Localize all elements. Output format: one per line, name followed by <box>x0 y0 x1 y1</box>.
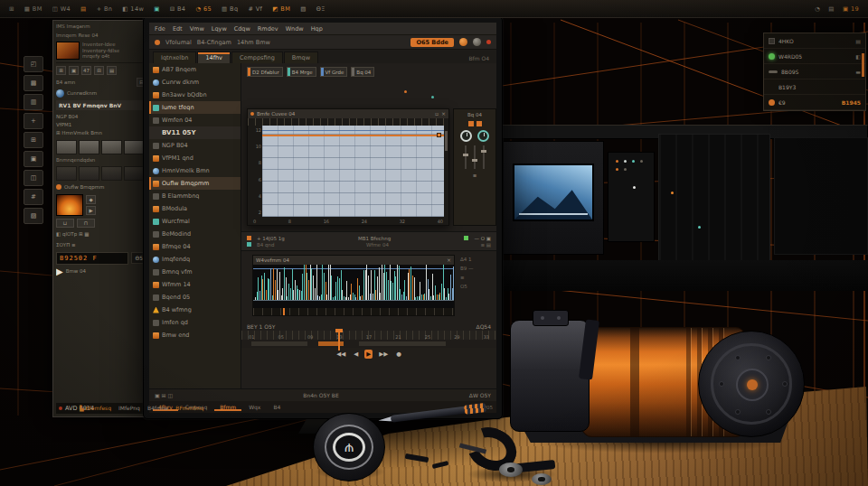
bottom-tab[interactable]: B4 <box>268 403 286 411</box>
asset-tool-button[interactable]: ⊟ <box>94 66 104 75</box>
tree-row[interactable]: Imfen qd <box>149 316 241 329</box>
menu-item[interactable]: Edt <box>173 25 183 33</box>
side-tool-button[interactable]: ▥ <box>24 94 43 110</box>
curve-plot-area[interactable] <box>262 126 444 217</box>
graph-node[interactable]: Vf Grde <box>320 67 348 77</box>
tree-row[interactable]: Wmfen 04 <box>149 114 241 126</box>
waveform-marker[interactable] <box>283 308 285 315</box>
inspector-row[interactable]: €9 B1945 <box>764 95 865 110</box>
rotary-knob-teal[interactable] <box>477 130 489 142</box>
dock-item[interactable]: ▙ Bfemfesq <box>80 405 111 411</box>
asset-thumb[interactable] <box>79 166 99 181</box>
asset-thumb[interactable] <box>124 166 145 181</box>
asset-row[interactable]: NGP B04 <box>56 113 146 121</box>
asset-tool-button[interactable]: ▤ <box>107 66 117 75</box>
side-tool-button[interactable]: ▣ <box>24 151 43 167</box>
side-tool-button[interactable]: ◰ <box>24 56 43 72</box>
taskbar-item[interactable]: ▦ BM <box>24 5 42 13</box>
tree-row[interactable]: Bn3awv bQdbn <box>149 89 241 101</box>
tree-row[interactable]: BV11 05Y <box>149 126 241 139</box>
taskbar-item[interactable]: ▤ <box>80 5 87 13</box>
taskbar-item[interactable]: + Bn <box>97 5 113 13</box>
dock-item[interactable]: IMfePnq <box>118 405 140 411</box>
menu-item[interactable]: Hqp <box>311 25 323 33</box>
midbar-label[interactable]: — O ▣ <box>474 236 491 241</box>
taskbar-item[interactable]: ▧ <box>300 5 307 13</box>
bottom-tab[interactable]: Wqx <box>243 403 266 411</box>
taskbar-item[interactable]: ◩ BM <box>272 5 290 13</box>
transport-button[interactable]: ● <box>394 350 403 359</box>
tree-row[interactable]: BModula <box>149 202 241 215</box>
app-tab[interactable]: Cemppsfing <box>231 51 283 63</box>
toolbar-label[interactable]: B4-Cfingam <box>197 39 231 46</box>
orange-swatch-icon[interactable] <box>468 121 474 126</box>
asset-thumb[interactable] <box>101 166 122 181</box>
tree-row[interactable]: Cunrw dknm <box>149 76 241 89</box>
tree-row[interactable]: HmnVmelk Bmn <box>149 164 241 177</box>
menu-item[interactable]: Cdqw <box>234 25 250 33</box>
menu-item[interactable]: Lqyw <box>212 25 227 33</box>
curve-orange-line[interactable] <box>262 135 444 136</box>
gray-circle-button[interactable] <box>473 38 481 46</box>
transport-button[interactable]: ◀◀ <box>335 350 347 359</box>
play-button[interactable]: ▶ <box>86 206 96 215</box>
tool-swatch-green[interactable] <box>464 236 468 240</box>
side-tool-button[interactable]: ◫ <box>24 170 43 186</box>
tree-row[interactable]: Bfmqe 04 <box>149 240 241 253</box>
menu-item[interactable]: Fde <box>155 25 165 33</box>
dock-item[interactable]: B4fmne <box>147 405 168 411</box>
bracket-button-left[interactable]: ⊔ <box>56 219 74 228</box>
asset-thumb[interactable] <box>56 140 77 154</box>
asset-row[interactable]: VfPM1 <box>56 121 146 129</box>
tree-row[interactable]: BeModind <box>149 228 241 240</box>
tree-row[interactable]: Wurcfmal <box>149 215 241 228</box>
asset-thumb[interactable] <box>56 166 77 181</box>
scrollbar-thumb[interactable] <box>445 131 448 151</box>
toolbar-label[interactable]: Vfolumal <box>165 39 192 46</box>
clip-segment[interactable] <box>251 341 307 346</box>
menu-item[interactable]: Vmw <box>190 25 204 33</box>
toolbar-label[interactable]: 14hm Bmw <box>237 39 270 46</box>
curve-vertical-scrollbar[interactable] <box>444 126 448 217</box>
midbar-label[interactable]: B4 qnd <box>257 242 275 248</box>
clip-segment[interactable] <box>359 341 446 346</box>
graph-node[interactable]: B4 Mrge <box>287 67 316 77</box>
graph-node[interactable]: Bq 04 <box>351 67 374 77</box>
side-tool-button[interactable]: ▩ <box>24 75 43 91</box>
curve-key-handle[interactable] <box>437 133 441 137</box>
asset-row[interactable]: ⊞ HmnVmelk Bmn <box>56 129 146 137</box>
diamond-button[interactable]: ◆ <box>86 195 96 204</box>
tray-item[interactable]: ▣ 19 <box>843 5 859 13</box>
asset-tool-button[interactable]: ⊞ <box>56 66 66 75</box>
tree-row[interactable]: Iume tfeqn <box>149 101 241 114</box>
asset-thumb[interactable] <box>101 140 122 154</box>
tree-row[interactable]: Wfmm 14 <box>149 278 241 291</box>
close-icon[interactable]: × <box>447 257 451 264</box>
tray-item[interactable]: ◔ <box>815 5 820 13</box>
taskbar-item[interactable]: ◧ 14w <box>122 5 144 13</box>
tool-swatch-orange[interactable] <box>247 236 251 240</box>
side-tool-button[interactable]: ⊞ <box>24 132 43 148</box>
close-icon[interactable]: × <box>441 110 446 117</box>
taskbar-item[interactable]: ◫ W4 <box>52 5 71 13</box>
render-cta-button[interactable]: O65 Bdde <box>410 38 454 47</box>
bracket-button-right[interactable]: ⊓ <box>77 219 95 228</box>
inspector-row[interactable]: 8B09S ▬ <box>764 64 865 79</box>
vertical-slider[interactable] <box>474 145 476 169</box>
inspector-scrollbar[interactable] <box>862 53 864 77</box>
timeline-ruler[interactable]: 010509131721252933 <box>241 331 496 340</box>
tree-row[interactable]: VfPM1 qnd <box>149 152 241 164</box>
inspector-row[interactable]: W4RD05 ◧ <box>764 49 865 64</box>
taskbar-item[interactable]: # Vf <box>248 5 262 13</box>
transport-button[interactable]: ▶ <box>364 350 373 359</box>
asset-thumb[interactable] <box>124 140 145 154</box>
playhead[interactable] <box>338 329 340 350</box>
vertical-slider[interactable] <box>465 145 467 169</box>
menu-item[interactable]: Rmdev <box>258 25 278 33</box>
graph-node[interactable]: D2 Dfablur <box>247 67 283 77</box>
tree-row[interactable]: NGP B04 <box>149 139 241 152</box>
asset-thumb[interactable] <box>79 140 99 154</box>
tray-item[interactable]: ▤ <box>828 5 835 13</box>
side-tool-button[interactable]: ▨ <box>24 208 43 224</box>
transport-button[interactable]: ◀ <box>352 350 360 359</box>
